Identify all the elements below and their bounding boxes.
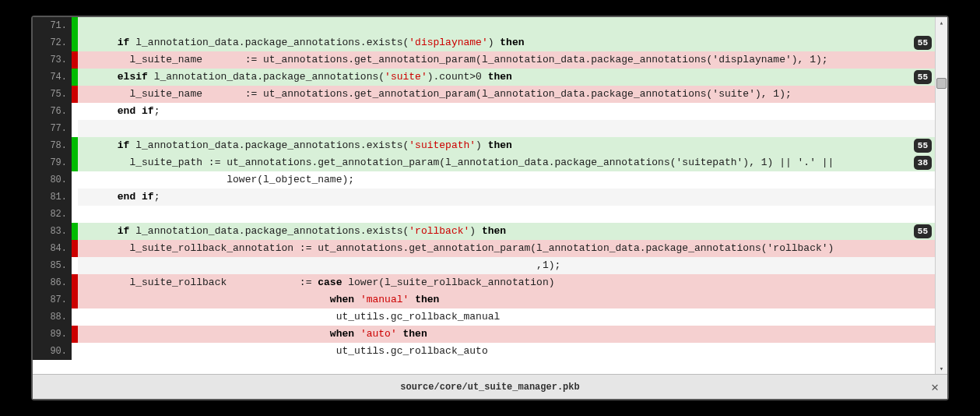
content-area: 71.72. if l_annotation_data.package_anno… <box>33 17 947 374</box>
line-number: 72. <box>33 34 72 51</box>
line-number: 75. <box>33 86 72 103</box>
code-content <box>78 17 935 34</box>
line-number: 90. <box>33 343 72 360</box>
code-content: l_suite_rollback := case lower(l_suite_r… <box>78 274 935 291</box>
coverage-marker <box>72 257 78 274</box>
code-viewer[interactable]: 71.72. if l_annotation_data.package_anno… <box>33 17 935 374</box>
coverage-marker <box>72 154 78 171</box>
code-line: 75. l_suite_name := ut_annotations.get_a… <box>33 86 935 103</box>
line-number: 73. <box>33 51 72 69</box>
code-line: 83. if l_annotation_data.package_annotat… <box>33 223 935 240</box>
code-line: 77. <box>33 120 935 137</box>
line-number: 89. <box>33 326 72 343</box>
footer-bar: source/core/ut_suite_manager.pkb ✕ <box>33 374 947 399</box>
code-content: elsif l_annotation_data.package_annotati… <box>78 69 935 86</box>
line-number: 88. <box>33 308 72 326</box>
line-number: 85. <box>33 257 72 274</box>
code-line: 79. l_suite_path := ut_annotations.get_a… <box>33 154 935 171</box>
vertical-scrollbar[interactable]: ▴ ▾ <box>935 17 947 374</box>
code-line: 89. when 'auto' then <box>33 326 935 343</box>
coverage-marker <box>72 103 78 120</box>
coverage-marker <box>72 326 78 343</box>
code-line: 87. when 'manual' then <box>33 291 935 308</box>
code-table: 71.72. if l_annotation_data.package_anno… <box>33 17 935 360</box>
coverage-marker <box>72 206 78 223</box>
code-line: 88. ut_utils.gc_rollback_manual <box>33 308 935 326</box>
coverage-marker <box>72 189 78 206</box>
code-content: ,1); <box>78 257 935 274</box>
line-number: 87. <box>33 291 72 308</box>
code-line: 81. end if; <box>33 189 935 206</box>
code-content: l_suite_path := ut_annotations.get_annot… <box>78 154 935 171</box>
code-content: if l_annotation_data.package_annotations… <box>78 137 935 154</box>
coverage-marker <box>72 291 78 308</box>
code-content: when 'manual' then <box>78 291 935 308</box>
hit-count-badge: 55 <box>914 139 932 153</box>
line-number: 78. <box>33 137 72 154</box>
dialog-window: 71.72. if l_annotation_data.package_anno… <box>31 16 949 400</box>
line-number: 81. <box>33 189 72 206</box>
hit-count-badge: 55 <box>914 224 932 238</box>
line-number: 71. <box>33 17 72 34</box>
coverage-marker <box>72 308 78 326</box>
code-content: end if; <box>78 103 935 120</box>
line-number: 79. <box>33 154 72 171</box>
line-number: 82. <box>33 206 72 223</box>
hit-count-badge: 38 <box>914 156 932 170</box>
coverage-marker <box>72 120 78 137</box>
code-line: 74. elsif l_annotation_data.package_anno… <box>33 69 935 86</box>
coverage-marker <box>72 69 78 86</box>
code-content: if l_annotation_data.package_annotations… <box>78 34 935 51</box>
line-number: 83. <box>33 223 72 240</box>
code-line: 71. <box>33 17 935 34</box>
code-content: l_suite_name := ut_annotations.get_annot… <box>78 86 935 103</box>
line-number: 86. <box>33 274 72 291</box>
code-content: l_suite_rollback_annotation := ut_annota… <box>78 240 935 257</box>
code-content <box>78 206 935 223</box>
code-line: 80. lower(l_object_name); <box>33 171 935 189</box>
file-path: source/core/ut_suite_manager.pkb <box>400 382 579 393</box>
coverage-marker <box>72 343 78 360</box>
line-number: 77. <box>33 120 72 137</box>
code-line: 82. <box>33 206 935 223</box>
close-button[interactable]: ✕ <box>927 379 943 395</box>
code-content: end if; <box>78 189 935 206</box>
hit-count-badge: 55 <box>914 36 932 50</box>
code-content: ut_utils.gc_rollback_manual <box>78 308 935 326</box>
code-content: lower(l_object_name); <box>78 171 935 189</box>
scrollbar-thumb[interactable] <box>936 78 947 89</box>
code-line: 84. l_suite_rollback_annotation := ut_an… <box>33 240 935 257</box>
code-content: l_suite_name := ut_annotations.get_annot… <box>78 51 935 69</box>
code-line: 76. end if; <box>33 103 935 120</box>
line-number: 74. <box>33 69 72 86</box>
coverage-marker <box>72 17 78 34</box>
code-line: 73. l_suite_name := ut_annotations.get_a… <box>33 51 935 69</box>
code-line: 86. l_suite_rollback := case lower(l_sui… <box>33 274 935 291</box>
code-content: ut_utils.gc_rollback_auto <box>78 343 935 360</box>
code-line: 72. if l_annotation_data.package_annotat… <box>33 34 935 51</box>
code-line: 78. if l_annotation_data.package_annotat… <box>33 137 935 154</box>
hit-count-badge: 55 <box>914 70 932 84</box>
scroll-down-arrow[interactable]: ▾ <box>936 363 947 374</box>
code-content: when 'auto' then <box>78 326 935 343</box>
code-content <box>78 120 935 137</box>
coverage-marker <box>72 171 78 189</box>
coverage-marker <box>72 86 78 103</box>
code-line: 85. ,1); <box>33 257 935 274</box>
coverage-marker <box>72 240 78 257</box>
code-line: 90. ut_utils.gc_rollback_auto <box>33 343 935 360</box>
line-number: 84. <box>33 240 72 257</box>
scroll-up-arrow[interactable]: ▴ <box>936 17 947 28</box>
coverage-marker <box>72 34 78 51</box>
coverage-marker <box>72 137 78 154</box>
code-content: if l_annotation_data.package_annotations… <box>78 223 935 240</box>
line-number: 76. <box>33 103 72 120</box>
coverage-marker <box>72 223 78 240</box>
coverage-marker <box>72 51 78 69</box>
line-number: 80. <box>33 171 72 189</box>
coverage-marker <box>72 274 78 291</box>
